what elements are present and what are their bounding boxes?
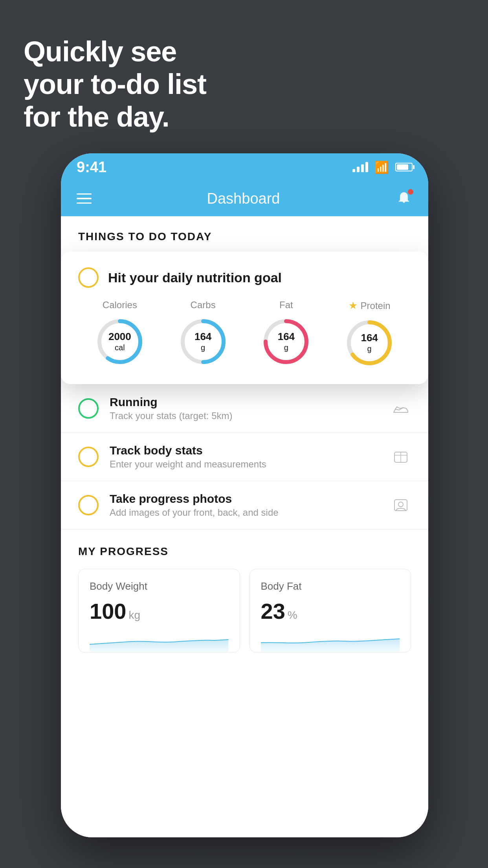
hamburger-menu-button[interactable] [77,193,92,204]
body-fat-card[interactable]: Body Fat 23% [250,569,411,653]
signal-icon [352,162,368,172]
nutrition-card: Hit your daily nutrition goal Calories 2… [61,252,428,384]
todo-item-body-stats[interactable]: Track body stats Enter your weight and m… [61,433,428,481]
nav-title: Dashboard [207,190,280,207]
nutrition-check-circle[interactable] [78,267,99,288]
nutrition-circles: Calories 2000 cal Carbs [78,300,411,368]
todo-item-running[interactable]: Running Track your stats (target: 5km) [61,384,428,433]
fat-label: Fat [279,300,293,311]
svg-point-12 [398,502,403,507]
nutrition-carbs: Carbs 164 g [178,300,229,367]
notification-bell-button[interactable] [395,190,413,207]
hero-line2: your to-do list [24,68,206,101]
body-weight-chart [90,629,229,652]
wifi-icon: 📶 [374,160,389,174]
body-fat-title: Body Fat [261,580,400,592]
calories-label: Calories [103,300,137,311]
body-stats-title: Track body stats [110,444,380,457]
protein-label: Protein [361,300,391,311]
todo-list: Running Track your stats (target: 5km) T… [61,384,428,530]
calories-donut: 2000 cal [94,316,145,367]
hero-line3: for the day. [24,101,206,133]
nutrition-fat: Fat 164 g [261,300,312,367]
body-stats-text: Track body stats Enter your weight and m… [110,444,380,470]
carbs-label: Carbs [191,300,216,311]
hero-line1: Quickly see [24,35,206,68]
progress-photos-subtitle: Add images of your front, back, and side [110,507,380,518]
calories-value: 2000 cal [108,331,131,352]
body-weight-card[interactable]: Body Weight 100kg [78,569,240,653]
progress-section: MY PROGRESS Body Weight 100kg [61,545,428,653]
things-to-do-header: THINGS TO DO TODAY [61,216,428,251]
progress-photos-title: Take progress photos [110,492,380,506]
progress-header: MY PROGRESS [78,545,411,558]
body-fat-value: 23% [261,600,400,622]
battery-icon [395,163,413,171]
carbs-value: 164 g [194,331,211,352]
protein-value: 164 g [361,332,378,353]
fat-value: 164 g [278,331,295,352]
content-area: THINGS TO DO TODAY Hit your daily nutrit… [61,216,428,837]
running-subtitle: Track your stats (target: 5km) [110,410,380,421]
progress-cards: Body Weight 100kg [78,569,411,653]
nutrition-card-title: Hit your daily nutrition goal [108,270,282,285]
shoe-icon [391,398,411,419]
body-stats-check-circle [78,447,99,467]
progress-photos-text: Take progress photos Add images of your … [110,492,380,518]
person-icon [391,495,411,515]
status-time: 9:41 [77,159,106,176]
scale-icon [391,447,411,467]
nutrition-protein: ★ Protein 164 g [344,300,395,368]
star-icon: ★ [349,300,358,312]
protein-donut: 164 g [344,317,395,368]
svg-rect-11 [394,500,407,511]
body-fat-chart [261,629,400,652]
todo-item-progress-photos[interactable]: Take progress photos Add images of your … [61,481,428,530]
running-check-circle [78,398,99,419]
hero-text: Quickly see your to-do list for the day. [24,35,206,133]
notification-dot [408,189,413,195]
carbs-donut: 164 g [178,316,229,367]
fat-donut: 164 g [261,316,312,367]
body-stats-subtitle: Enter your weight and measurements [110,459,380,470]
body-weight-title: Body Weight [90,580,229,592]
running-title: Running [110,395,380,409]
nutrition-calories: Calories 2000 cal [94,300,145,367]
body-weight-value: 100kg [90,600,229,622]
status-icons: 📶 [352,160,413,174]
running-text: Running Track your stats (target: 5km) [110,395,380,421]
status-bar: 9:41 📶 [61,153,428,181]
phone-frame: 9:41 📶 Dashboard [61,153,428,837]
progress-photos-check-circle [78,495,99,515]
nav-bar: Dashboard [61,181,428,216]
